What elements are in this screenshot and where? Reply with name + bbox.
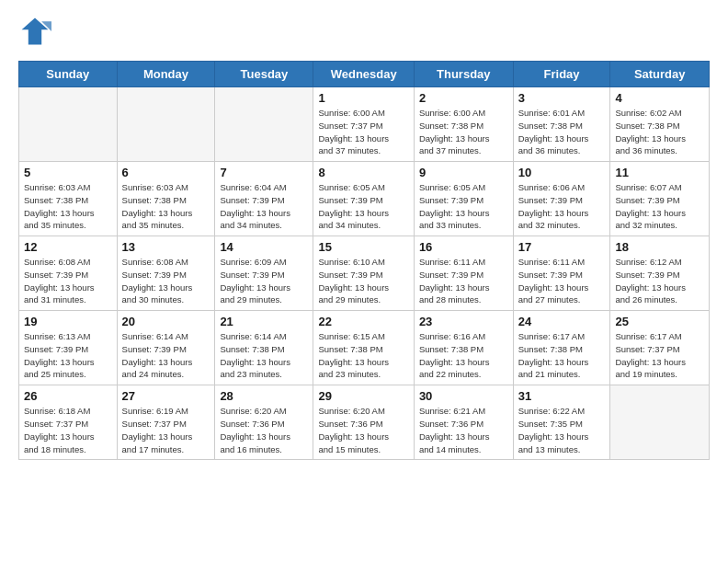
day-number: 29	[318, 389, 408, 403]
day-number: 16	[419, 240, 508, 254]
day-number: 28	[220, 389, 308, 403]
calendar-table: SundayMondayTuesdayWednesdayThursdayFrid…	[18, 61, 710, 460]
calendar-cell: 5Sunrise: 6:03 AM Sunset: 7:38 PM Daylig…	[19, 162, 118, 236]
day-number: 23	[419, 315, 508, 328]
calendar-cell: 31Sunrise: 6:22 AM Sunset: 7:35 PM Dayli…	[513, 385, 610, 460]
calendar-cell	[117, 87, 215, 162]
day-info: Sunrise: 6:02 AM Sunset: 7:38 PM Dayligh…	[615, 107, 704, 157]
day-info: Sunrise: 6:11 AM Sunset: 7:39 PM Dayligh…	[419, 256, 508, 306]
calendar-cell: 18Sunrise: 6:12 AM Sunset: 7:39 PM Dayli…	[610, 236, 710, 311]
day-info: Sunrise: 6:15 AM Sunset: 7:38 PM Dayligh…	[318, 330, 408, 381]
day-info: Sunrise: 6:20 AM Sunset: 7:36 PM Dayligh…	[318, 405, 408, 455]
calendar-cell: 21Sunrise: 6:14 AM Sunset: 7:38 PM Dayli…	[215, 311, 313, 385]
day-info: Sunrise: 6:17 AM Sunset: 7:37 PM Dayligh…	[615, 330, 704, 381]
calendar-cell: 13Sunrise: 6:08 AM Sunset: 7:39 PM Dayli…	[117, 236, 215, 311]
day-info: Sunrise: 6:21 AM Sunset: 7:36 PM Dayligh…	[419, 405, 508, 455]
week-row-3: 12Sunrise: 6:08 AM Sunset: 7:39 PM Dayli…	[19, 236, 710, 311]
day-number: 10	[518, 166, 606, 179]
day-number: 9	[419, 166, 508, 179]
calendar-cell: 16Sunrise: 6:11 AM Sunset: 7:39 PM Dayli…	[414, 236, 513, 311]
day-header-friday: Friday	[513, 62, 610, 87]
day-number: 14	[220, 240, 308, 254]
day-info: Sunrise: 6:09 AM Sunset: 7:39 PM Dayligh…	[220, 256, 308, 306]
day-number: 25	[615, 315, 704, 328]
calendar-cell: 25Sunrise: 6:17 AM Sunset: 7:37 PM Dayli…	[610, 311, 710, 385]
day-number: 17	[518, 240, 606, 254]
day-info: Sunrise: 6:12 AM Sunset: 7:39 PM Dayligh…	[615, 256, 704, 306]
day-header-wednesday: Wednesday	[313, 62, 414, 87]
day-info: Sunrise: 6:14 AM Sunset: 7:38 PM Dayligh…	[220, 330, 308, 381]
day-info: Sunrise: 6:07 AM Sunset: 7:39 PM Dayligh…	[615, 181, 704, 232]
day-info: Sunrise: 6:13 AM Sunset: 7:39 PM Dayligh…	[24, 330, 112, 381]
day-number: 3	[518, 91, 606, 105]
day-number: 30	[419, 389, 508, 403]
day-header-sunday: Sunday	[19, 62, 118, 87]
calendar-header-row: SundayMondayTuesdayWednesdayThursdayFrid…	[19, 62, 710, 87]
calendar-cell	[19, 87, 118, 162]
calendar-cell: 23Sunrise: 6:16 AM Sunset: 7:38 PM Dayli…	[414, 311, 513, 385]
day-number: 24	[518, 315, 606, 328]
day-header-monday: Monday	[117, 62, 215, 87]
day-info: Sunrise: 6:03 AM Sunset: 7:38 PM Dayligh…	[122, 181, 210, 232]
day-number: 18	[615, 240, 704, 254]
calendar-cell: 20Sunrise: 6:14 AM Sunset: 7:39 PM Dayli…	[117, 311, 215, 385]
day-info: Sunrise: 6:22 AM Sunset: 7:35 PM Dayligh…	[518, 405, 606, 455]
day-info: Sunrise: 6:11 AM Sunset: 7:39 PM Dayligh…	[518, 256, 606, 306]
day-info: Sunrise: 6:06 AM Sunset: 7:39 PM Dayligh…	[518, 181, 606, 232]
calendar-cell: 6Sunrise: 6:03 AM Sunset: 7:38 PM Daylig…	[117, 162, 215, 236]
calendar-cell: 9Sunrise: 6:05 AM Sunset: 7:39 PM Daylig…	[414, 162, 513, 236]
calendar-cell: 24Sunrise: 6:17 AM Sunset: 7:38 PM Dayli…	[513, 311, 610, 385]
day-info: Sunrise: 6:05 AM Sunset: 7:39 PM Dayligh…	[419, 181, 508, 232]
day-number: 11	[615, 166, 704, 179]
day-info: Sunrise: 6:10 AM Sunset: 7:39 PM Dayligh…	[318, 256, 408, 306]
logo-icon	[18, 15, 51, 48]
day-number: 4	[615, 91, 704, 105]
day-number: 20	[122, 315, 210, 328]
day-number: 15	[318, 240, 408, 254]
day-header-thursday: Thursday	[414, 62, 513, 87]
calendar-cell: 17Sunrise: 6:11 AM Sunset: 7:39 PM Dayli…	[513, 236, 610, 311]
calendar-cell: 22Sunrise: 6:15 AM Sunset: 7:38 PM Dayli…	[313, 311, 414, 385]
calendar-cell: 11Sunrise: 6:07 AM Sunset: 7:39 PM Dayli…	[610, 162, 710, 236]
day-info: Sunrise: 6:00 AM Sunset: 7:37 PM Dayligh…	[318, 107, 408, 157]
calendar-cell: 28Sunrise: 6:20 AM Sunset: 7:36 PM Dayli…	[215, 385, 313, 460]
day-info: Sunrise: 6:00 AM Sunset: 7:38 PM Dayligh…	[419, 107, 508, 157]
page-header	[18, 15, 710, 48]
week-row-2: 5Sunrise: 6:03 AM Sunset: 7:38 PM Daylig…	[19, 162, 710, 236]
day-number: 2	[419, 91, 508, 105]
calendar-cell: 12Sunrise: 6:08 AM Sunset: 7:39 PM Dayli…	[19, 236, 118, 311]
day-number: 26	[24, 389, 112, 403]
calendar-cell: 1Sunrise: 6:00 AM Sunset: 7:37 PM Daylig…	[313, 87, 414, 162]
calendar-cell: 8Sunrise: 6:05 AM Sunset: 7:39 PM Daylig…	[313, 162, 414, 236]
day-info: Sunrise: 6:18 AM Sunset: 7:37 PM Dayligh…	[24, 405, 112, 455]
day-info: Sunrise: 6:19 AM Sunset: 7:37 PM Dayligh…	[122, 405, 210, 455]
day-header-tuesday: Tuesday	[215, 62, 313, 87]
calendar-cell: 15Sunrise: 6:10 AM Sunset: 7:39 PM Dayli…	[313, 236, 414, 311]
week-row-5: 26Sunrise: 6:18 AM Sunset: 7:37 PM Dayli…	[19, 385, 710, 460]
calendar-cell: 10Sunrise: 6:06 AM Sunset: 7:39 PM Dayli…	[513, 162, 610, 236]
day-info: Sunrise: 6:08 AM Sunset: 7:39 PM Dayligh…	[122, 256, 210, 306]
day-info: Sunrise: 6:08 AM Sunset: 7:39 PM Dayligh…	[24, 256, 112, 306]
calendar-page: SundayMondayTuesdayWednesdayThursdayFrid…	[0, 0, 728, 563]
calendar-cell: 7Sunrise: 6:04 AM Sunset: 7:39 PM Daylig…	[215, 162, 313, 236]
calendar-cell: 26Sunrise: 6:18 AM Sunset: 7:37 PM Dayli…	[19, 385, 118, 460]
day-number: 13	[122, 240, 210, 254]
day-info: Sunrise: 6:20 AM Sunset: 7:36 PM Dayligh…	[220, 405, 308, 455]
day-info: Sunrise: 6:04 AM Sunset: 7:39 PM Dayligh…	[220, 181, 308, 232]
calendar-cell: 27Sunrise: 6:19 AM Sunset: 7:37 PM Dayli…	[117, 385, 215, 460]
week-row-1: 1Sunrise: 6:00 AM Sunset: 7:37 PM Daylig…	[19, 87, 710, 162]
day-number: 5	[24, 166, 112, 179]
day-number: 22	[318, 315, 408, 328]
day-info: Sunrise: 6:16 AM Sunset: 7:38 PM Dayligh…	[419, 330, 508, 381]
calendar-cell: 19Sunrise: 6:13 AM Sunset: 7:39 PM Dayli…	[19, 311, 118, 385]
day-number: 7	[220, 166, 308, 179]
calendar-cell	[215, 87, 313, 162]
day-number: 12	[24, 240, 112, 254]
day-number: 6	[122, 166, 210, 179]
day-info: Sunrise: 6:01 AM Sunset: 7:38 PM Dayligh…	[518, 107, 606, 157]
week-row-4: 19Sunrise: 6:13 AM Sunset: 7:39 PM Dayli…	[19, 311, 710, 385]
day-number: 19	[24, 315, 112, 328]
logo	[18, 15, 55, 48]
day-info: Sunrise: 6:05 AM Sunset: 7:39 PM Dayligh…	[318, 181, 408, 232]
day-number: 27	[122, 389, 210, 403]
